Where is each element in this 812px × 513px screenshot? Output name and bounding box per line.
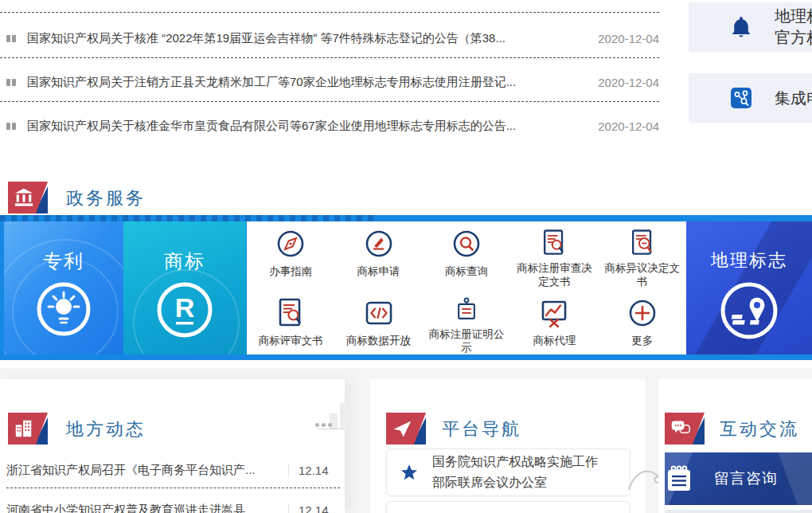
portal-page: 国家知识产权局关于核准 “2022年第19届亚运会吉祥物” 等7件特殊标志登记的…	[0, 0, 812, 513]
quick-link-label: 官方标	[775, 27, 812, 49]
service-registration-decision-docs[interactable]: 商标注册审查决定文书	[510, 221, 598, 288]
services-band: 专利 商标 R	[0, 215, 812, 360]
interaction-header: 互动交流	[699, 414, 812, 444]
announcement-title[interactable]: 国家知识产权局关于核准金华市皇贡食品有限公司等67家企业使用地理标志专用标志的公…	[27, 119, 590, 134]
service-trademark-agency[interactable]: 商标代理	[510, 288, 598, 354]
message-consult-label: 留言咨询	[714, 468, 778, 489]
platform-nav-item[interactable]: 国务院知识产权战略实施工作部际联席会议办公室	[386, 448, 630, 496]
list-bullet-icon	[6, 79, 16, 86]
section-title: 地方动态	[66, 417, 146, 441]
government-building-icon	[14, 187, 34, 208]
quick-link-label: 集成电	[775, 88, 812, 109]
bell-icon	[730, 15, 752, 39]
search-icon	[449, 227, 484, 262]
section-title: 互动交流	[720, 417, 799, 441]
service-opposition-decision-docs[interactable]: 商标异议决定文书	[599, 221, 686, 288]
service-label: 商标数据开放	[346, 334, 411, 347]
patent-card-label: 专利	[4, 249, 123, 274]
local-news-item[interactable]: 浙江省知识产权局召开《电子商务平台知识产... 12.14	[6, 460, 340, 480]
document-search-icon	[625, 227, 660, 259]
service-label: 商标异议决定文书	[602, 261, 683, 288]
plus-icon	[625, 296, 660, 331]
message-consult-banner[interactable]: 留言咨询	[665, 452, 812, 505]
platform-nav-item-partial[interactable]	[386, 501, 630, 513]
list-bullet-icon	[6, 35, 16, 42]
geo-indication-card[interactable]: 地理标志	[686, 221, 812, 354]
divider	[0, 12, 659, 13]
pen-icon	[361, 227, 396, 262]
chat-bubbles-icon	[670, 418, 691, 439]
platform-nav-flag	[386, 413, 426, 444]
service-label: 商标注册审查决定文书	[513, 261, 595, 288]
trademark-card[interactable]: 商标 R	[123, 221, 246, 354]
platform-nav-header: 平台导航	[422, 414, 561, 444]
service-more[interactable]: 更多	[599, 288, 686, 354]
service-label: 商标查询	[445, 264, 488, 278]
announcement-title[interactable]: 国家知识产权局关于注销方正县天龙精米加工厂等70家企业地理标志专用标志使用注册登…	[27, 75, 590, 90]
services-section-header: 政务服务	[44, 183, 185, 213]
map-pin-icon	[717, 279, 781, 346]
list-bullet-icon	[6, 123, 16, 130]
announcement-date: 2020-12-04	[598, 119, 659, 133]
service-guide[interactable]: 办事指南	[247, 221, 334, 288]
section-title: 政务服务	[66, 186, 146, 210]
star-icon	[400, 464, 418, 481]
service-registration-certificate[interactable]: 商标注册证明公示	[423, 288, 510, 354]
section-title: 平台导航	[442, 417, 521, 441]
announcement-item[interactable]: 国家知识产权局关于注销方正县天龙精米加工厂等70家企业地理标志专用标志使用注册登…	[0, 72, 659, 92]
document-search-icon	[273, 296, 308, 331]
quick-link-integrated-circuit[interactable]: 集成电	[689, 73, 812, 123]
announcement-item[interactable]: 国家知识产权局关于核准金华市皇贡食品有限公司等67家企业使用地理标志专用标志的公…	[0, 116, 659, 135]
service-label: 商标评审文书	[259, 334, 323, 347]
announcement-date: 2020-12-04	[598, 76, 659, 89]
divider	[6, 488, 340, 488]
registered-symbol: R	[175, 292, 195, 323]
local-news-title[interactable]: 河南省中小学知识产权普及教育巡讲走进嵩县	[6, 503, 282, 513]
services-grid: 办事指南 商标申请 商标查询	[247, 221, 686, 354]
notepad-icon	[665, 464, 693, 494]
badge-icon	[449, 296, 484, 325]
chart-board-icon	[537, 296, 572, 331]
service-trademark-search[interactable]: 商标查询	[423, 221, 510, 288]
local-news-date: 12.14	[288, 464, 340, 477]
divider	[0, 101, 659, 102]
local-news-title[interactable]: 浙江省知识产权局召开《电子商务平台知识产...	[6, 463, 282, 478]
compass-icon	[273, 227, 308, 262]
lightbulb-icon	[35, 279, 92, 346]
quick-link-geo-mark[interactable]: 地理标 官方标	[689, 2, 812, 52]
service-review-docs[interactable]: 商标评审文书	[247, 288, 334, 354]
registered-trademark-icon: R	[155, 279, 214, 346]
announcement-date: 2020-12-04	[598, 32, 659, 45]
announcement-title[interactable]: 国家知识产权局关于核准 “2022年第19届亚运会吉祥物” 等7件特殊标志登记的…	[27, 31, 590, 46]
platform-nav-item-label: 国务院知识产权战略实施工作部际联席会议办公室	[432, 452, 607, 493]
service-trademark-apply[interactable]: 商标申请	[334, 221, 422, 288]
paper-plane-icon	[392, 418, 412, 439]
local-news-header: 地方动态	[44, 414, 185, 444]
trademark-card-label: 商标	[123, 249, 246, 274]
interaction-flag	[665, 413, 705, 444]
divider	[0, 57, 659, 58]
local-news-flag	[8, 413, 48, 444]
local-news-card	[0, 379, 345, 513]
service-label: 商标申请	[357, 264, 400, 278]
service-label: 商标代理	[533, 334, 576, 347]
quick-link-label: 地理标	[775, 6, 812, 27]
city-buildings-icon	[14, 418, 34, 439]
band-texture	[0, 215, 374, 221]
next-banner-partial	[665, 510, 812, 513]
local-news-date: 12.14	[288, 503, 340, 513]
patent-card[interactable]: 专利	[4, 221, 123, 354]
announcement-item[interactable]: 国家知识产权局关于核准 “2022年第19届亚运会吉祥物” 等7件特殊标志登记的…	[0, 29, 659, 48]
service-label: 更多	[631, 334, 653, 347]
code-icon	[361, 296, 396, 331]
document-search-icon	[537, 227, 572, 259]
more-menu-icon[interactable]	[315, 423, 332, 427]
service-label: 商标注册证明公示	[426, 327, 507, 354]
service-data-open[interactable]: 商标数据开放	[334, 288, 422, 354]
service-label: 办事指南	[269, 264, 312, 278]
local-news-item[interactable]: 河南省中小学知识产权普及教育巡讲走进嵩县 12.14	[6, 500, 340, 513]
network-icon	[730, 87, 752, 109]
geo-card-label: 地理标志	[686, 249, 812, 272]
services-section-flag	[8, 182, 48, 213]
